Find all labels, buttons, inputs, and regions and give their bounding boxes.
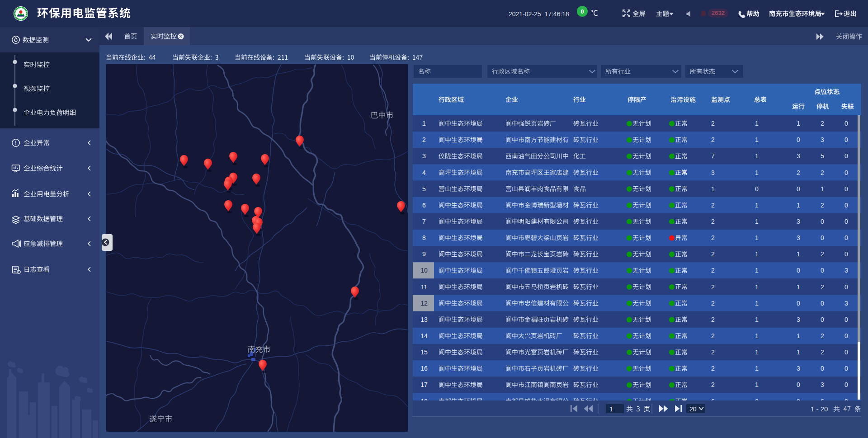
svg-text:4: 4: [422, 169, 426, 176]
svg-text:0: 0: [844, 234, 848, 241]
svg-text:1: 1: [755, 234, 759, 241]
svg-text:2: 2: [711, 316, 715, 323]
svg-text:0: 0: [844, 120, 848, 127]
svg-text:1: 1: [797, 120, 800, 127]
svg-text:0: 0: [797, 300, 800, 307]
svg-text:0: 0: [844, 185, 848, 193]
svg-text:3: 3: [844, 300, 848, 307]
svg-text:1: 1: [755, 120, 759, 127]
svg-text:12: 12: [420, 300, 428, 307]
svg-text:1: 1: [797, 202, 800, 209]
svg-text:2: 2: [821, 349, 824, 356]
svg-text:2: 2: [711, 218, 715, 225]
svg-text:2: 2: [711, 381, 715, 388]
svg-text:16: 16: [420, 365, 428, 372]
svg-text:3: 3: [821, 381, 824, 388]
svg-text:1: 1: [755, 283, 759, 291]
svg-text:3: 3: [422, 152, 426, 160]
svg-text:2: 2: [711, 120, 715, 127]
svg-text:1: 1: [797, 283, 800, 291]
svg-text:0: 0: [844, 316, 848, 323]
svg-text:1: 1: [797, 332, 800, 339]
svg-text:0: 0: [844, 349, 848, 356]
svg-text:13: 13: [420, 316, 428, 323]
svg-text:1: 1: [755, 152, 759, 160]
svg-text:0: 0: [821, 316, 824, 323]
svg-text:2: 2: [797, 169, 800, 176]
svg-text:1: 1: [755, 332, 759, 339]
svg-text:3: 3: [797, 152, 800, 160]
svg-text:0: 0: [821, 218, 824, 225]
svg-text:2: 2: [711, 202, 715, 209]
svg-text:2632: 2632: [712, 9, 725, 16]
svg-text:8: 8: [422, 234, 426, 241]
svg-text:2: 2: [711, 234, 715, 241]
svg-text:0: 0: [797, 136, 800, 143]
svg-text:0: 0: [821, 365, 824, 372]
svg-text:1: 1: [609, 405, 613, 413]
svg-text:9: 9: [422, 250, 426, 258]
svg-text:3: 3: [797, 316, 800, 323]
svg-text:2: 2: [711, 332, 715, 339]
svg-text:0: 0: [844, 169, 848, 176]
svg-text:2: 2: [821, 202, 824, 209]
svg-text:6: 6: [422, 202, 426, 209]
svg-text:3: 3: [844, 267, 848, 274]
svg-text:0: 0: [844, 283, 848, 291]
svg-text:17: 17: [420, 381, 428, 388]
svg-text:14: 14: [420, 332, 428, 339]
svg-text:0: 0: [844, 381, 848, 388]
svg-text:2: 2: [821, 120, 824, 127]
svg-text:2: 2: [711, 365, 715, 372]
svg-text:1: 1: [422, 120, 426, 127]
svg-text:7: 7: [711, 152, 715, 160]
svg-text:1: 1: [755, 169, 759, 176]
svg-text:5: 5: [821, 152, 824, 160]
svg-text:2: 2: [711, 250, 715, 258]
svg-text:20: 20: [689, 405, 697, 413]
svg-text:0: 0: [844, 202, 848, 209]
svg-text:2: 2: [821, 283, 824, 291]
svg-text:1: 1: [755, 381, 759, 388]
svg-text:0: 0: [844, 152, 848, 160]
svg-text:0: 0: [580, 8, 584, 15]
svg-text:10: 10: [420, 267, 428, 274]
svg-text:1: 1: [755, 316, 759, 323]
svg-text:3: 3: [797, 365, 800, 372]
svg-text:1: 1: [711, 185, 715, 193]
svg-text:15: 15: [420, 349, 428, 356]
svg-text:2: 2: [821, 250, 824, 258]
svg-text:3: 3: [797, 234, 800, 241]
svg-text:1: 1: [755, 202, 759, 209]
svg-text:2: 2: [821, 332, 824, 339]
svg-text:2: 2: [422, 136, 426, 143]
svg-text:5: 5: [422, 185, 426, 193]
svg-text:2: 2: [711, 267, 715, 274]
svg-text:2: 2: [821, 169, 824, 176]
svg-text:0: 0: [844, 365, 848, 372]
svg-text:3: 3: [711, 169, 715, 176]
svg-text:11: 11: [421, 283, 428, 291]
svg-text:0: 0: [821, 267, 824, 274]
svg-text:0: 0: [797, 381, 800, 388]
svg-text:7: 7: [422, 218, 426, 225]
svg-text:1: 1: [821, 185, 824, 193]
svg-text:1: 1: [797, 349, 800, 356]
svg-text:1: 1: [755, 349, 759, 356]
svg-text:0: 0: [821, 234, 824, 241]
svg-text:3: 3: [797, 218, 800, 225]
svg-text:1 - 20: 1 - 20: [811, 405, 828, 413]
svg-text:1: 1: [755, 300, 759, 307]
svg-text:1: 1: [797, 250, 800, 258]
svg-text:1: 1: [755, 250, 759, 258]
svg-text:1: 1: [755, 136, 759, 143]
svg-text:3: 3: [821, 136, 824, 143]
svg-text:2: 2: [711, 349, 715, 356]
svg-text:0: 0: [797, 267, 800, 274]
svg-text:0: 0: [844, 250, 848, 258]
svg-text:0: 0: [755, 185, 759, 193]
svg-text:2: 2: [711, 283, 715, 291]
svg-text:0: 0: [844, 136, 848, 143]
svg-text:2: 2: [711, 300, 715, 307]
svg-text:0: 0: [797, 185, 800, 193]
